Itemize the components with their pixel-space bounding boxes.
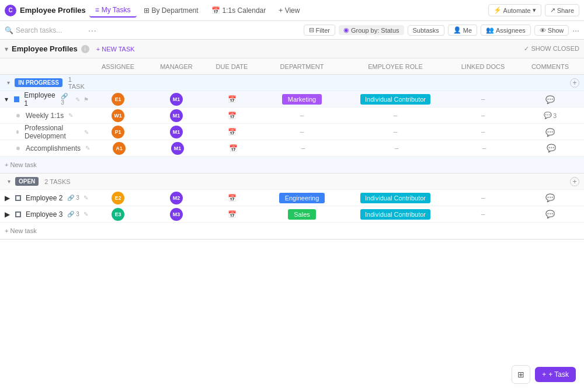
weekly-duedate-cell[interactable]: 📅 [206, 112, 258, 120]
accomp-comment-cell[interactable]: 💬 [522, 144, 580, 152]
prodev-duedate-cell[interactable]: 📅 [206, 128, 258, 136]
section-add-col-btn[interactable]: + [521, 78, 579, 88]
show-btn[interactable]: 👁 Show [534, 25, 569, 36]
col-header-assignee: ASSIGNEE [89, 63, 147, 70]
table-row: ▶ Employee 3 🔗 3 ✎ E3 M3 📅 Sales Individ… [0, 206, 584, 223]
tab-1on1-calendar[interactable]: 📅 1:1s Calendar [206, 4, 272, 17]
automate-btn[interactable]: ⚡ Automate ▾ [488, 4, 541, 16]
in-progress-badge: IN PROGRESS [15, 78, 62, 87]
weekly-name[interactable]: Weekly 1:1s [26, 112, 64, 120]
list-header: ▾ Employee Profiles i + NEW TASK ✓ SHOW … [0, 40, 584, 58]
subtask-count-e3: 🔗 3 [67, 211, 79, 217]
accomp-manager-cell: M1 [148, 142, 207, 155]
open-new-task-row: + New task [0, 223, 584, 239]
more-options-icon[interactable]: ··· [88, 26, 97, 35]
weekly-edit-icon[interactable]: ✎ [68, 112, 73, 119]
collapse-e1-btn[interactable]: ▾ [5, 95, 12, 103]
edit-e3-icon[interactable]: ✎ [84, 211, 88, 217]
new-task-header-btn[interactable]: + NEW TASK [93, 44, 138, 54]
employee-2-name[interactable]: Employee 2 [26, 194, 62, 202]
prodev-edit-icon[interactable]: ✎ [84, 129, 89, 136]
my-tasks-icon: ≡ [95, 6, 99, 14]
flag-e1-icon[interactable]: ⚑ [84, 96, 89, 103]
e3-assignee-cell: E3 [89, 208, 147, 221]
list-title: Employee Profiles [12, 44, 78, 53]
tab-my-tasks[interactable]: ≡ My Tasks [89, 4, 137, 18]
prodev-assignee-cell: P1 [89, 126, 147, 138]
accomplish-dot-icon [16, 147, 20, 150]
app-logo: C [5, 5, 16, 16]
e1-manager-avatar: M1 [170, 93, 183, 106]
weekly-dept-cell: – [258, 112, 346, 120]
e2-comment-cell[interactable]: 💬 [521, 193, 579, 202]
prodev-comment-cell[interactable]: 💬 [521, 128, 579, 137]
info-icon[interactable]: i [81, 45, 89, 53]
e1-manager-cell: M1 [147, 93, 206, 106]
edit-e2-icon[interactable]: ✎ [84, 195, 88, 201]
weekly-assignee-cell: W1 [89, 109, 147, 122]
e3-comment-cell[interactable]: 💬 [521, 210, 579, 218]
employee-3-name[interactable]: Employee 3 [26, 210, 62, 218]
open-add-col-btn[interactable]: + [521, 177, 579, 186]
more-toolbar-icon[interactable]: ··· [572, 26, 579, 35]
top-bar: C Employee Profiles ≡ My Tasks ⊞ By Depa… [0, 0, 584, 21]
expand-e2-btn[interactable]: ▶ [5, 194, 13, 202]
section-open: ▾ OPEN 2 TASKS + ▶ Employee 2 🔗 3 ✎ E2 M… [0, 174, 584, 240]
weekly-comment-icon[interactable]: 💬 [544, 112, 552, 119]
assignees-btn[interactable]: 👥 Assignees [481, 25, 531, 36]
weekly-assignee-avatar: W1 [112, 109, 124, 122]
collapse-list-icon[interactable]: ▾ [5, 45, 8, 53]
show-closed-btn[interactable]: ✓ SHOW CLOSED [524, 45, 579, 53]
table-row: ▶ Employee 2 🔗 3 ✎ E2 M2 📅 Engineering I… [0, 190, 584, 206]
accomplishments-name[interactable]: Accomplishments [26, 144, 81, 152]
subtasks-btn[interactable]: Subtasks [408, 25, 444, 36]
add-column-icon[interactable]: + [570, 78, 579, 88]
me-btn[interactable]: 👤 Me [448, 25, 477, 36]
filter-area: ⊟ Filter ◉ Group by: Status Subtasks 👤 M… [304, 25, 580, 36]
weekly-name-cell: Weekly 1:1s ✎ [16, 112, 89, 120]
in-progress-add-task-btn[interactable]: + New task [5, 161, 37, 168]
top-bar-right: ⚡ Automate ▾ ↗ Share [488, 4, 579, 16]
tab-by-department[interactable]: ⊞ By Department [138, 4, 204, 17]
prodev-name[interactable]: Professional Development [25, 124, 79, 140]
e2-assignee-avatar: E2 [112, 192, 124, 204]
search-input[interactable] [16, 26, 86, 34]
open-task-count: 2 TASKS [44, 178, 70, 185]
e2-duedate-cell[interactable]: 📅 [206, 194, 258, 202]
e3-docs-cell: – [445, 210, 521, 218]
e3-duedate-cell[interactable]: 📅 [206, 210, 258, 218]
share-btn[interactable]: ↗ Share [545, 4, 579, 16]
table-row: Accomplishments ✎ A1 M1 📅 – – – 💬 [0, 140, 584, 157]
weekly-comment-count: 3 [553, 112, 557, 119]
e1-duedate-cell[interactable]: 📅 [206, 95, 258, 103]
e3-role-badge: Individual Contributor [360, 209, 430, 220]
automate-chevron-icon: ▾ [533, 6, 536, 14]
accomplish-edit-icon[interactable]: ✎ [85, 145, 90, 151]
edit-e1-icon[interactable]: ✎ [75, 96, 80, 103]
me-icon: 👤 [453, 26, 461, 34]
collapse-open-btn[interactable]: ▾ [5, 178, 13, 186]
col-header-department: DEPARTMENT [258, 63, 346, 70]
subtask-count-e1: 🔗 3 [61, 93, 71, 106]
open-add-task-btn[interactable]: + New task [5, 227, 37, 234]
collapse-in-progress-btn[interactable]: ▾ [5, 79, 12, 87]
e2-manager-avatar: M2 [170, 192, 183, 204]
employee-1-name[interactable]: Employee 1 [24, 91, 56, 107]
prodev-dept-cell: – [258, 128, 346, 136]
automate-icon: ⚡ [493, 6, 502, 14]
e3-dept-badge: Sales [288, 209, 316, 220]
expand-e3-btn[interactable]: ▶ [5, 210, 13, 218]
filter-btn[interactable]: ⊟ Filter [304, 25, 335, 36]
accomp-assignee-avatar: A1 [113, 142, 126, 155]
open-add-column-icon[interactable]: + [570, 177, 579, 186]
weekly-manager-avatar: M1 [170, 109, 183, 122]
add-view-btn[interactable]: + View [273, 4, 305, 17]
accomp-duedate-cell[interactable]: 📅 [207, 144, 259, 152]
in-progress-new-task-row: + New task [0, 157, 584, 173]
section-header-open: ▾ OPEN 2 TASKS + [0, 174, 584, 190]
weekly-role-cell: – [346, 112, 445, 120]
e1-comment-cell[interactable]: 💬 [521, 95, 579, 104]
group-by-btn[interactable]: ◉ Group by: Status [339, 25, 404, 35]
e1-assignee-cell: E1 [89, 93, 147, 106]
list-title-area: ▾ Employee Profiles i + NEW TASK [5, 44, 524, 54]
